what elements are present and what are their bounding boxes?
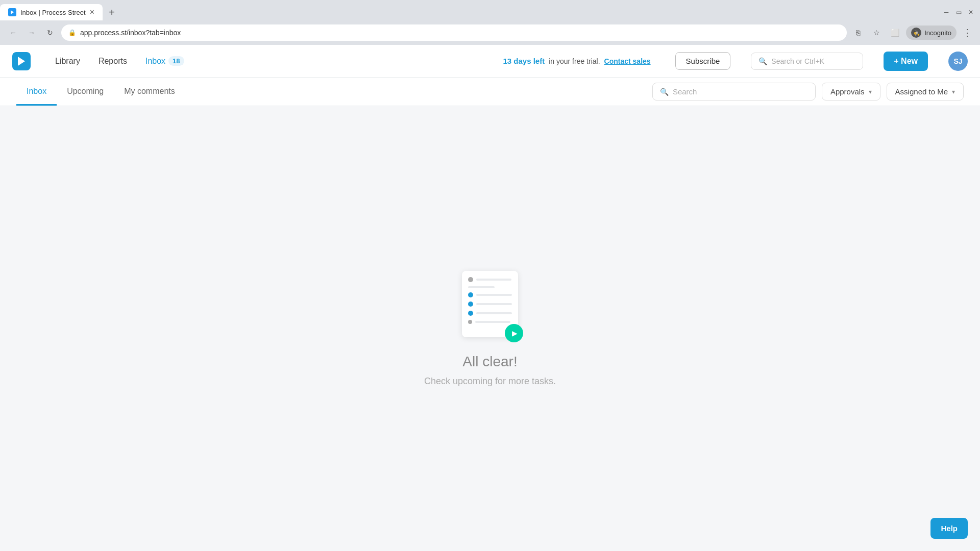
tab-favicon <box>8 8 16 16</box>
tab-inbox[interactable]: Inbox <box>16 79 57 106</box>
search-icon: 🔍 <box>758 57 767 65</box>
empty-subtitle: Check upcoming for more tasks. <box>424 376 556 387</box>
url-text: app.process.st/inbox?tab=inbox <box>80 29 181 37</box>
approvals-label: Approvals <box>830 87 865 96</box>
incognito-label: Incognito <box>924 29 951 37</box>
approvals-chevron-icon: ▾ <box>869 88 872 95</box>
trial-banner: 13 days left in your free trial. Contact… <box>503 57 650 65</box>
nav-reports[interactable]: Reports <box>90 53 135 70</box>
bookmark-btn[interactable]: ☆ <box>869 26 884 40</box>
approvals-filter-btn[interactable]: Approvals ▾ <box>822 83 880 101</box>
svg-marker-1 <box>18 57 25 66</box>
help-btn[interactable]: Help <box>930 518 968 539</box>
window-close-btn[interactable]: ✕ <box>966 7 976 17</box>
sub-nav-tabs: Inbox Upcoming My comments <box>16 79 652 105</box>
sub-nav-actions: 🔍 Approvals ▾ Assigned to Me ▾ <box>652 83 964 101</box>
tab-title: Inbox | Process Street <box>20 9 86 16</box>
assigned-label: Assigned to Me <box>895 87 948 96</box>
nav-inbox[interactable]: Inbox 18 <box>137 52 192 70</box>
new-tab-btn[interactable]: + <box>105 5 119 19</box>
incognito-icon: 🕵 <box>911 28 921 38</box>
empty-illustration: ▶ <box>462 271 518 337</box>
tab-my-comments[interactable]: My comments <box>114 79 185 106</box>
play-badge: ▶ <box>505 324 523 342</box>
search-box-icon: 🔍 <box>660 88 669 96</box>
window-maximize-btn[interactable]: ▭ <box>953 7 964 17</box>
global-search-placeholder: Search or Ctrl+K <box>771 57 824 65</box>
svg-marker-0 <box>11 10 14 14</box>
empty-title: All clear! <box>462 354 517 370</box>
assigned-chevron-icon: ▾ <box>952 88 955 95</box>
browser-more-btn[interactable]: ⋮ <box>961 25 974 40</box>
ssl-icon: 🔒 <box>68 29 76 36</box>
nav-library[interactable]: Library <box>47 53 88 70</box>
search-box[interactable]: 🔍 <box>652 83 816 101</box>
cast-btn[interactable]: ⎘ <box>851 26 865 40</box>
app-logo[interactable] <box>12 52 31 70</box>
new-btn[interactable]: + New <box>884 52 928 71</box>
main-content: ▶ All clear! Check upcoming for more tas… <box>0 106 980 551</box>
back-btn[interactable]: ← <box>6 26 20 40</box>
browser-tab[interactable]: Inbox | Process Street × <box>0 4 103 20</box>
global-search[interactable]: 🔍 Search or Ctrl+K <box>751 53 863 70</box>
contact-sales-link[interactable]: Contact sales <box>604 57 651 65</box>
trial-days: 13 days left <box>503 57 545 65</box>
inbox-nav-label: Inbox <box>145 57 165 66</box>
refresh-btn[interactable]: ↻ <box>43 26 57 40</box>
trial-text: in your free trial. <box>549 57 600 65</box>
forward-btn[interactable]: → <box>24 26 39 40</box>
main-nav: Library Reports Inbox 18 <box>47 52 192 70</box>
avatar[interactable]: SJ <box>948 52 968 71</box>
subscribe-btn[interactable]: Subscribe <box>675 52 731 70</box>
window-minimize-btn[interactable]: ─ <box>941 7 951 17</box>
url-bar[interactable]: 🔒 app.process.st/inbox?tab=inbox <box>61 24 847 41</box>
inbox-badge: 18 <box>168 56 184 66</box>
assigned-filter-btn[interactable]: Assigned to Me ▾ <box>887 83 964 101</box>
doc-card: ▶ <box>462 271 518 337</box>
search-input[interactable] <box>673 87 808 96</box>
tab-upcoming[interactable]: Upcoming <box>57 79 114 106</box>
tab-close-btn[interactable]: × <box>90 8 94 16</box>
incognito-btn[interactable]: 🕵 Incognito <box>906 26 957 40</box>
extension-btn[interactable]: ⬜ <box>888 26 902 40</box>
